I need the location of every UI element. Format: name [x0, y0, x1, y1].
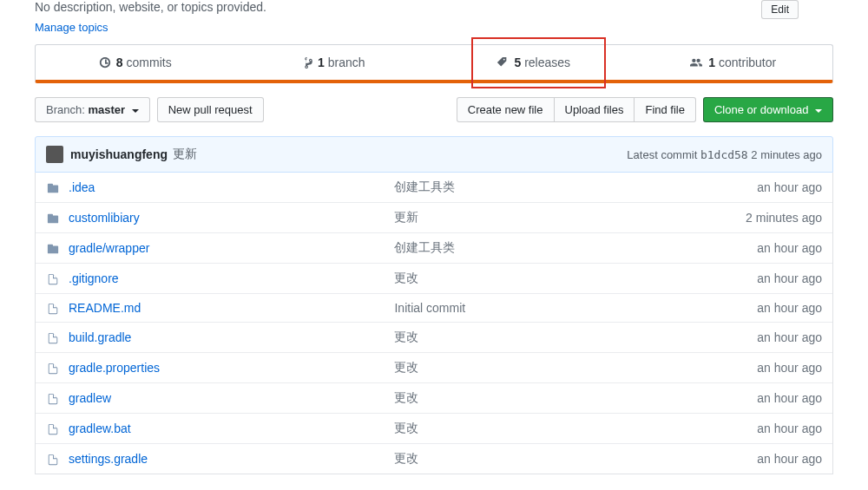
branches-tab[interactable]: 1 branch	[235, 45, 435, 80]
file-commit-message[interactable]: Initial commit	[394, 301, 757, 315]
releases-count: 5	[514, 56, 521, 69]
file-row: gradlew更改an hour ago	[36, 382, 832, 413]
file-name-link[interactable]: build.gradle	[69, 330, 394, 344]
caret-down-icon	[815, 109, 822, 113]
commit-author[interactable]: muyishuangfeng	[70, 147, 168, 161]
upload-files-button[interactable]: Upload files	[554, 97, 635, 122]
file-row: build.gradle更改an hour ago	[36, 322, 832, 352]
create-new-file-button[interactable]: Create new file	[457, 97, 555, 122]
file-time: an hour ago	[757, 452, 822, 466]
file-row: README.mdInitial commitan hour ago	[36, 293, 832, 322]
caret-down-icon	[132, 109, 139, 113]
file-name-link[interactable]: .idea	[69, 180, 394, 194]
branch-prefix: Branch:	[46, 103, 85, 116]
file-commit-message[interactable]: 更改	[394, 390, 757, 406]
branches-label: branch	[328, 56, 365, 69]
file-time: an hour ago	[757, 271, 822, 285]
tag-icon	[496, 56, 509, 69]
file-commit-message[interactable]: 更改	[394, 330, 757, 345]
file-icon	[46, 421, 69, 435]
commits-tab[interactable]: 8 commits	[36, 45, 235, 80]
file-time: an hour ago	[757, 301, 822, 315]
file-commit-message[interactable]: 创建工具类	[394, 180, 757, 195]
file-time: an hour ago	[757, 361, 822, 375]
file-icon	[46, 361, 69, 375]
file-commit-message[interactable]: 更新	[394, 210, 746, 225]
commits-count: 8	[116, 56, 123, 69]
people-icon	[689, 56, 703, 69]
file-icon	[46, 271, 69, 285]
file-name-link[interactable]: gradlew	[69, 391, 394, 405]
file-commit-message[interactable]: 更改	[394, 451, 757, 467]
commit-hash[interactable]: b1dcd58	[700, 148, 748, 161]
find-file-button[interactable]: Find file	[634, 97, 696, 122]
file-name-link[interactable]: customlibiary	[69, 211, 394, 225]
avatar[interactable]	[46, 146, 63, 163]
file-time: an hour ago	[757, 180, 822, 194]
file-name-link[interactable]: gradlew.bat	[69, 421, 394, 435]
toolbar: Branch: master New pull request Create n…	[35, 97, 833, 122]
folder-icon	[46, 241, 69, 255]
commit-message[interactable]: 更新	[173, 147, 197, 162]
branch-icon	[304, 56, 312, 69]
file-name-link[interactable]: .gitignore	[69, 271, 394, 285]
folder-icon	[46, 180, 69, 194]
file-time: 2 minutes ago	[746, 211, 822, 225]
clone-download-button[interactable]: Clone or download	[703, 97, 833, 122]
history-icon	[99, 56, 111, 69]
file-time: an hour ago	[757, 330, 822, 344]
clone-label: Clone or download	[714, 103, 808, 116]
file-name-link[interactable]: gradle/wrapper	[69, 241, 394, 255]
releases-tab[interactable]: 5 releases	[434, 45, 634, 80]
branches-count: 1	[318, 56, 325, 69]
file-row: .idea创建工具类an hour ago	[36, 173, 832, 202]
contributors-count: 1	[708, 56, 715, 69]
commit-time: 2 minutes ago	[751, 148, 822, 161]
latest-commit-bar: muyishuangfeng 更新 Latest commit b1dcd58 …	[35, 136, 833, 173]
contributors-tab[interactable]: 1 contributor	[634, 45, 833, 80]
manage-topics-link[interactable]: Manage topics	[35, 21, 833, 34]
repo-description: No description, website, or topics provi…	[35, 0, 833, 14]
file-icon	[46, 452, 69, 466]
branch-select-button[interactable]: Branch: master	[35, 97, 150, 122]
file-commit-message[interactable]: 创建工具类	[394, 240, 757, 256]
repo-stats-bar: 8 commits 1 branch 5 releases 1 contribu…	[35, 44, 833, 83]
edit-button[interactable]: Edit	[761, 0, 799, 19]
contributors-label: contributor	[719, 56, 776, 69]
file-time: an hour ago	[757, 241, 822, 255]
file-row: gradle/wrapper创建工具类an hour ago	[36, 232, 832, 263]
file-time: an hour ago	[757, 391, 822, 405]
file-row: gradle.properties更改an hour ago	[36, 352, 832, 382]
commits-label: commits	[127, 56, 172, 69]
commit-meta: Latest commit b1dcd58 2 minutes ago	[627, 148, 822, 161]
file-row: .gitignore更改an hour ago	[36, 263, 832, 293]
file-row: gradlew.bat更改an hour ago	[36, 413, 832, 443]
file-name-link[interactable]: README.md	[69, 301, 394, 315]
file-list: .idea创建工具类an hour agocustomlibiary更新2 mi…	[35, 173, 833, 474]
file-row: settings.gradle更改an hour ago	[36, 443, 832, 474]
file-commit-message[interactable]: 更改	[394, 271, 757, 286]
file-row: customlibiary更新2 minutes ago	[36, 202, 832, 232]
file-icon	[46, 301, 69, 315]
new-pull-request-button[interactable]: New pull request	[157, 97, 264, 122]
file-icon	[46, 330, 69, 344]
commit-meta-prefix: Latest commit	[627, 148, 697, 161]
branch-name: master	[88, 103, 125, 116]
file-name-link[interactable]: settings.gradle	[69, 452, 394, 466]
releases-label: releases	[524, 56, 570, 69]
file-icon	[46, 391, 69, 405]
file-commit-message[interactable]: 更改	[394, 421, 757, 436]
file-commit-message[interactable]: 更改	[394, 360, 757, 376]
file-name-link[interactable]: gradle.properties	[69, 361, 394, 375]
folder-icon	[46, 211, 69, 225]
file-time: an hour ago	[757, 421, 822, 435]
